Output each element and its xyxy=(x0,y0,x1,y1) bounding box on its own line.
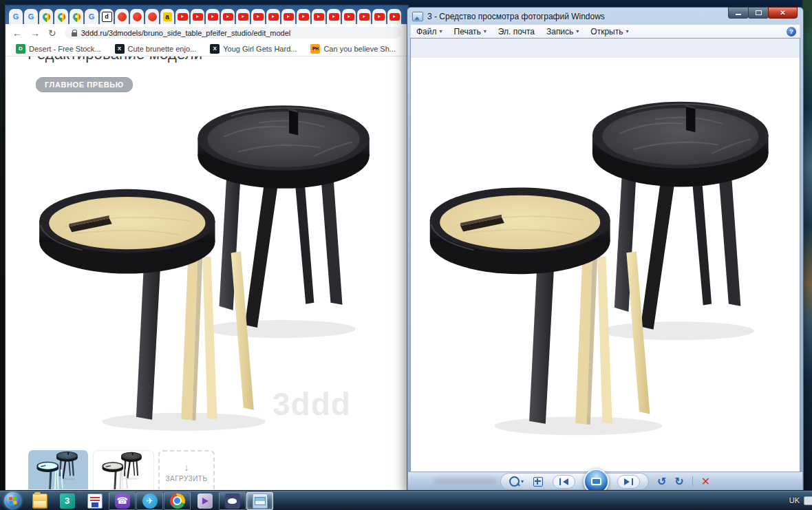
taskbar-app-discord[interactable] xyxy=(219,492,246,510)
browser-tab-red[interactable] xyxy=(130,9,144,24)
next-button[interactable] xyxy=(617,475,640,489)
upload-dropzone[interactable]: ↓ ЗАГРУЗИТЬ xyxy=(158,450,215,489)
preview-thumbnail-selected[interactable] xyxy=(28,450,88,489)
taskbar: 3☎✈ UK xyxy=(0,490,812,510)
toolbar-divider xyxy=(692,476,693,487)
taskbar-app-photoviewer[interactable] xyxy=(246,492,273,510)
bookmark-item[interactable]: XCute brunette enjo... xyxy=(110,43,202,54)
rotate-ccw-button[interactable]: ↺ xyxy=(657,476,666,487)
previous-button[interactable] xyxy=(553,475,575,489)
browser-tab-youtube[interactable] xyxy=(266,9,280,24)
language-indicator[interactable]: UK xyxy=(789,496,800,504)
browser-tab-youtube[interactable] xyxy=(297,9,310,24)
viewer-titlebar[interactable]: 3 - Средство просмотра фотографий Window… xyxy=(407,8,803,23)
actual-size-button[interactable] xyxy=(533,477,543,487)
taskbar-app-chrome[interactable] xyxy=(164,492,191,510)
youtube-favicon-icon xyxy=(223,13,233,21)
minimize-button[interactable] xyxy=(728,7,749,19)
red-favicon-icon xyxy=(148,12,157,21)
keyboard-icon xyxy=(804,496,812,505)
red-favicon-icon xyxy=(133,12,142,21)
browser-tab-google[interactable]: G xyxy=(24,9,38,24)
browser-tab-pin[interactable] xyxy=(54,9,68,24)
menu-печать[interactable]: Печать▾ xyxy=(454,27,487,36)
youtube-favicon-icon xyxy=(268,13,279,21)
pin-favicon-icon xyxy=(58,13,65,21)
rotate-cw-button[interactable]: ↻ xyxy=(674,476,683,487)
youtube-favicon-icon xyxy=(253,13,264,21)
browser-tab-youtube[interactable] xyxy=(175,9,189,24)
forward-button[interactable]: → xyxy=(30,28,40,38)
taskbar-app-viber[interactable]: ☎ xyxy=(109,492,136,510)
browser-tab-d[interactable]: d xyxy=(100,9,114,24)
bookmarks-bar: DDesert - Free Stock...XCute brunette en… xyxy=(6,41,408,56)
chevron-down-icon: ▾ xyxy=(626,28,628,34)
browser-tab-youtube[interactable] xyxy=(312,9,325,24)
browser-tab-youtube[interactable] xyxy=(357,9,371,24)
page-content: Редактирование модели ГЛАВНОЕ ПРЕВЬЮ 3dd… xyxy=(6,56,408,489)
browser-tab-amazon[interactable]: a xyxy=(160,9,174,24)
chrome-icon xyxy=(170,493,185,509)
pin-favicon-icon xyxy=(73,13,81,21)
bookmark-item[interactable]: XYoug Girl Gets Hard... xyxy=(205,43,301,54)
browser-tab-red[interactable] xyxy=(115,9,129,24)
upload-label: ЗАГРУЗИТЬ xyxy=(165,475,207,482)
taskbar-app-3dsmax[interactable]: 3 xyxy=(54,492,81,510)
browser-tab-pin[interactable] xyxy=(39,9,53,24)
magnifier-icon xyxy=(509,476,520,487)
preview-thumbnail[interactable] xyxy=(93,450,154,489)
google-favicon-icon: G xyxy=(13,12,19,21)
x-favicon-icon: X xyxy=(115,44,125,54)
zoom-button[interactable]: ▾ xyxy=(509,476,524,487)
help-button[interactable]: ? xyxy=(787,27,796,36)
url-text: 3ddd.ru/3dmodels/bruno_side_table_pfeife… xyxy=(81,29,291,37)
browser-tab-youtube[interactable] xyxy=(236,9,250,24)
browser-tab-youtube[interactable] xyxy=(221,9,235,24)
menu-label: Запись xyxy=(546,27,573,36)
d-favicon-icon: d xyxy=(102,12,112,22)
main-preview-button[interactable]: ГЛАВНОЕ ПРЕВЬЮ xyxy=(36,77,133,92)
next-bar-icon xyxy=(632,478,633,485)
menu-файл[interactable]: Файл▾ xyxy=(416,27,442,36)
browser-tab-youtube[interactable] xyxy=(327,9,341,24)
browser-tab-youtube[interactable] xyxy=(342,9,356,24)
menu-запись[interactable]: Запись▾ xyxy=(546,27,579,36)
browser-tab-strip[interactable]: GGGda xyxy=(6,6,408,24)
menu-label: Печать xyxy=(454,27,481,36)
browser-tab-youtube[interactable] xyxy=(206,9,220,24)
menu-label: Файл xyxy=(416,27,437,36)
chrome-browser-window: GGGda ← → ↻ 3ddd.ru/3dmodels/bruno_side_… xyxy=(6,6,408,490)
browser-tab-youtube[interactable] xyxy=(387,9,401,24)
start-button[interactable] xyxy=(4,492,21,509)
close-button[interactable]: ✕ xyxy=(768,7,798,19)
red-favicon-icon xyxy=(118,12,127,21)
back-button[interactable]: ← xyxy=(12,28,22,38)
bookmark-item[interactable]: PHCan you believe Sh... xyxy=(306,43,400,54)
address-bar[interactable]: 3ddd.ru/3dmodels/bruno_side_table_pfeife… xyxy=(65,27,401,39)
photo-top-gradient xyxy=(411,39,800,58)
browser-tab-youtube[interactable] xyxy=(251,9,265,24)
browser-tab-red[interactable] xyxy=(145,9,159,24)
bookmark-item[interactable]: DDesert - Free Stock... xyxy=(11,43,106,54)
desktop-wallpaper-right xyxy=(802,0,812,490)
menu-открыть[interactable]: Открыть▾ xyxy=(590,27,628,36)
taskbar-app-explorer[interactable] xyxy=(26,492,53,510)
taskbar-app-floppy[interactable] xyxy=(81,492,108,510)
browser-tab-youtube[interactable] xyxy=(372,9,386,24)
menu-элпочта[interactable]: Эл. почта xyxy=(498,27,535,36)
maximize-button[interactable] xyxy=(748,7,769,19)
browser-tab-youtube[interactable] xyxy=(281,9,295,24)
reload-button[interactable]: ↻ xyxy=(48,28,56,38)
bookmark-label: Youg Girl Gets Hard... xyxy=(223,45,297,53)
browser-tab-google[interactable]: G xyxy=(9,9,23,24)
taskbar-app-telegram[interactable]: ✈ xyxy=(136,492,163,510)
browser-tab-google[interactable]: G xyxy=(85,9,98,24)
taskbar-app-kmplayer[interactable] xyxy=(191,492,218,510)
youtube-favicon-icon xyxy=(238,13,248,21)
photoviewer-icon xyxy=(253,493,268,509)
ph-favicon-icon: PH xyxy=(310,44,320,54)
browser-tab-youtube[interactable] xyxy=(191,9,204,24)
browser-tab-pin[interactable] xyxy=(70,9,83,24)
pin-favicon-icon xyxy=(43,13,50,21)
delete-button[interactable]: ✕ xyxy=(701,476,710,487)
